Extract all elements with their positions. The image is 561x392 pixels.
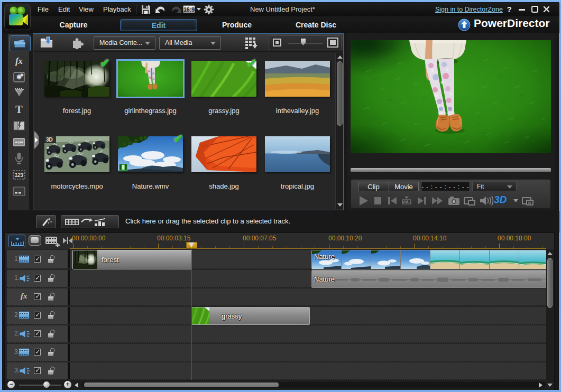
svg-text:3D: 3D [46, 137, 53, 143]
svg-text:✱: ✱ [20, 73, 24, 78]
svg-text:123: 123 [15, 172, 24, 178]
